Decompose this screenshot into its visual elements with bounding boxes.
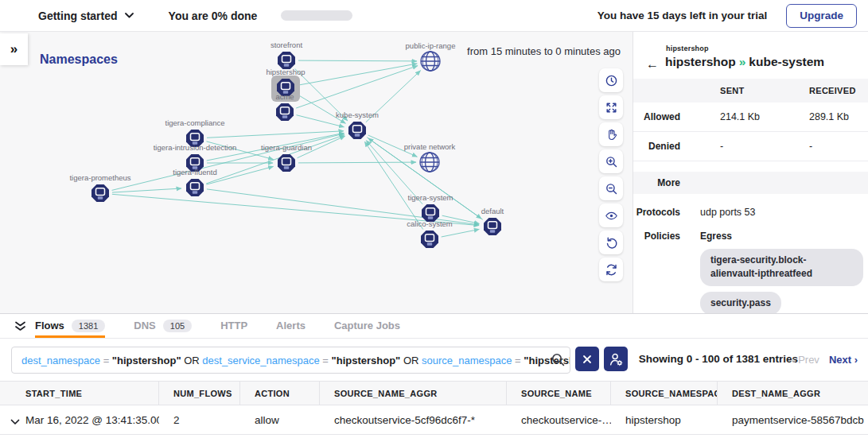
stats-header-row: SENT RECEIVED bbox=[633, 79, 868, 103]
graph-node-tigera-system[interactable]: tigera-system bbox=[407, 193, 453, 222]
column-header-source_name_aggr[interactable]: SOURCE_NAME_AGGR bbox=[320, 382, 507, 405]
undo-icon bbox=[605, 236, 618, 250]
more-label: More bbox=[633, 177, 697, 188]
query-token: "hipstershop" bbox=[112, 355, 181, 366]
show-eye-icon bbox=[605, 209, 618, 223]
graph-node-default[interactable]: default bbox=[481, 207, 504, 235]
graph-node-label: tigera-prometheus bbox=[69, 173, 130, 182]
fit-screen-icon bbox=[605, 101, 618, 114]
detail-context-label: hipstershop bbox=[666, 45, 860, 52]
graph-node-label: calico-system bbox=[407, 219, 453, 228]
graph-node-label: tigera-fluentd bbox=[173, 168, 216, 176]
collapse-panel-button[interactable] bbox=[8, 314, 32, 338]
search-input[interactable]: dest_namespace = "hipstershop" OR dest_s… bbox=[11, 347, 570, 374]
stats-row-denied: Denied - - bbox=[633, 132, 868, 161]
refresh-icon bbox=[605, 263, 618, 277]
tab-count-badge: 1381 bbox=[72, 320, 105, 332]
sidebar-expand-toggle[interactable]: » bbox=[0, 33, 28, 65]
clock-icon bbox=[605, 74, 618, 87]
policy-tag[interactable]: tigera-security.block-alienvault-ipthrea… bbox=[700, 249, 863, 286]
undo-button[interactable] bbox=[599, 231, 623, 254]
getting-started-dropdown[interactable]: Getting started bbox=[38, 10, 134, 22]
zoom-in-button[interactable] bbox=[599, 149, 623, 173]
fit-screen-button[interactable] bbox=[599, 95, 623, 119]
query-token: source_namespace bbox=[422, 355, 512, 366]
detail-header: ← hipstershop hipstershop»kube-system bbox=[633, 32, 868, 79]
table-cell: paymentservice-58567bdcb bbox=[718, 405, 868, 434]
graph-canvas[interactable]: storefront hipstershop acme public-ip-ra… bbox=[0, 32, 633, 313]
column-header-action[interactable]: ACTION bbox=[240, 382, 320, 405]
stats-col-received: RECEIVED bbox=[786, 86, 868, 95]
detail-target: kube-system bbox=[749, 55, 824, 68]
table-row[interactable]: Mar 16, 2022 @ 13:41:35.0002allowcheckou… bbox=[0, 405, 868, 435]
time-range-label: from 15 minutes to 0 minutes ago bbox=[467, 45, 621, 57]
namespace-icon bbox=[278, 52, 295, 69]
stats-denied-sent: - bbox=[697, 141, 786, 152]
cell-text: checkoutservice-… bbox=[521, 414, 611, 426]
tab-flows[interactable]: Flows1381 bbox=[35, 314, 105, 338]
refresh-button[interactable] bbox=[599, 258, 623, 281]
tab-http[interactable]: HTTP bbox=[220, 314, 247, 338]
tab-label: Flows bbox=[35, 320, 64, 331]
graph-node-label: tigera-intrusion-detection bbox=[154, 143, 237, 152]
upgrade-button[interactable]: Upgrade bbox=[786, 4, 857, 28]
progress-text: You are 0% done bbox=[169, 10, 258, 22]
expand-row-chevron-icon[interactable] bbox=[10, 416, 20, 428]
namespace-icon bbox=[484, 218, 501, 235]
namespace-icon bbox=[421, 231, 438, 248]
policy-tag[interactable]: security.pass bbox=[700, 292, 781, 313]
stats-label: Allowed bbox=[633, 111, 697, 122]
search-icon bbox=[551, 353, 565, 366]
query-token: OR bbox=[181, 355, 203, 366]
graph-node-label: storefront bbox=[271, 41, 302, 49]
main-area: storefront hipstershop acme public-ip-ra… bbox=[0, 32, 868, 313]
policies-label: Policies bbox=[633, 231, 697, 313]
table-cell: Mar 16, 2022 @ 13:41:35.000 bbox=[0, 405, 159, 434]
zoom-in-icon bbox=[605, 155, 618, 169]
next-page-button[interactable]: Next › bbox=[829, 354, 858, 366]
column-header-num_flows[interactable]: NUM_FLOWS bbox=[159, 382, 240, 405]
double-chevron-down-icon bbox=[14, 321, 26, 331]
graph-node-label: hipstershop bbox=[266, 68, 305, 76]
show-eye-button[interactable] bbox=[599, 203, 623, 227]
query-token: = bbox=[320, 355, 332, 366]
query-token: "hipstershop" bbox=[332, 355, 401, 366]
zoom-out-button[interactable] bbox=[599, 176, 623, 200]
prev-page-button[interactable]: ‹ Prev bbox=[792, 354, 819, 366]
flows-table: START_TIMENUM_FLOWSACTIONSOURCE_NAME_AGG… bbox=[0, 381, 868, 435]
graph-node-calico-system[interactable]: calico-system bbox=[407, 219, 453, 248]
policies-direction: Egress tigera-security.block-alienvault-… bbox=[697, 231, 868, 313]
clear-search-button[interactable] bbox=[575, 347, 599, 371]
clock-button[interactable] bbox=[599, 68, 623, 92]
tab-alerts[interactable]: Alerts bbox=[276, 314, 306, 338]
globe-icon bbox=[420, 153, 439, 172]
column-header-start_time[interactable]: START_TIME bbox=[0, 382, 159, 405]
graph-node-public-ip-range[interactable]: public-ip-range bbox=[406, 41, 456, 71]
back-arrow-icon[interactable]: ← bbox=[646, 58, 659, 71]
graph-node-acme[interactable]: acme bbox=[275, 92, 294, 121]
tab-capture-jobs[interactable]: Capture Jobs bbox=[334, 314, 400, 338]
namespace-icon bbox=[91, 184, 109, 202]
table-cell: hipstershop bbox=[611, 405, 718, 434]
pan-hand-button[interactable] bbox=[599, 122, 623, 146]
stats-denied-received: - bbox=[786, 141, 868, 152]
graph-node-storefront[interactable]: storefront bbox=[271, 41, 302, 69]
zoom-out-icon bbox=[605, 182, 618, 196]
trial-countdown-text: You have 15 days left in your trial bbox=[597, 10, 768, 21]
graph-node-kube-system[interactable]: kube-system bbox=[336, 110, 379, 139]
column-header-source_name[interactable]: SOURCE_NAME bbox=[507, 382, 611, 405]
tab-count-badge: 105 bbox=[163, 320, 192, 332]
protocols-row: Protocols udp ports 53 bbox=[633, 207, 868, 218]
graph-node-label: tigera-compliance bbox=[165, 118, 225, 127]
detail-source: hipstershop bbox=[665, 55, 736, 68]
column-header-source_namespace[interactable]: SOURCE_NAMESPACE bbox=[611, 382, 718, 405]
query-token: = bbox=[512, 355, 524, 366]
column-header-dest_name_aggr[interactable]: DEST_NAME_AGGR bbox=[718, 382, 868, 405]
graph-node-private-network[interactable]: private network bbox=[404, 142, 456, 172]
cell-text: paymentservice-58567bdcb bbox=[732, 414, 864, 426]
tab-label: Alerts bbox=[276, 320, 306, 331]
pan-hand-icon bbox=[605, 128, 618, 141]
tab-dns[interactable]: DNS105 bbox=[134, 314, 192, 338]
user-settings-button[interactable] bbox=[604, 347, 628, 371]
tab-label: DNS bbox=[134, 320, 155, 331]
